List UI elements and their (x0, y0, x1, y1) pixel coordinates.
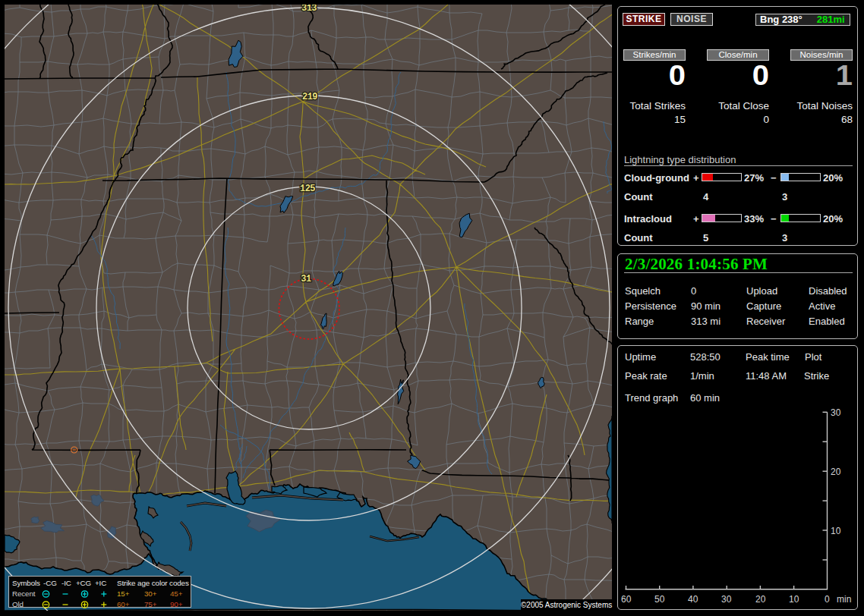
svg-text:30: 30 (831, 407, 841, 418)
svg-text:40: 40 (688, 594, 698, 605)
svg-text:313: 313 (301, 3, 317, 14)
svg-text:20: 20 (755, 594, 766, 605)
svg-text:20: 20 (831, 467, 841, 477)
svg-text:60: 60 (621, 594, 632, 605)
svg-text:125: 125 (300, 184, 315, 194)
svg-text:50: 50 (654, 594, 665, 605)
svg-text:min: min (837, 594, 851, 605)
svg-text:10: 10 (831, 526, 841, 536)
svg-text:219: 219 (302, 92, 317, 102)
svg-text:0: 0 (825, 594, 830, 605)
svg-text:30: 30 (721, 594, 732, 605)
svg-text:31: 31 (301, 274, 311, 284)
svg-text:10: 10 (789, 594, 799, 605)
